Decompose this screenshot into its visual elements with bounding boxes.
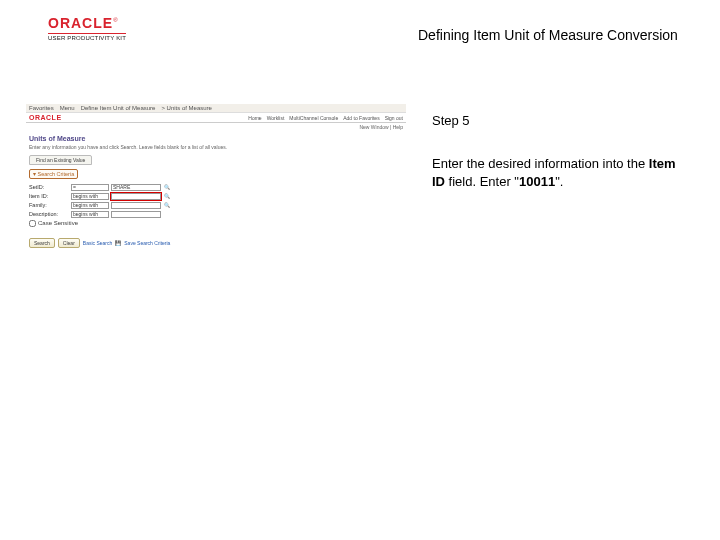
page-title: Defining Item Unit of Measure Conversion [418, 27, 678, 43]
section-title: Units of Measure [26, 131, 406, 144]
row-description: Description: begins with [29, 210, 403, 218]
label-case-sensitive: Case Sensitive [38, 220, 78, 226]
link-addfav[interactable]: Add to Favorites [343, 115, 379, 121]
app-header: ORACLE Home Worklist MultiChannel Consol… [26, 113, 406, 123]
search-criteria-legend: ▾ Search Criteria [29, 169, 78, 179]
app-screenshot: Favorites Menu Define Item Unit of Measu… [26, 104, 406, 274]
button-row: Search Clear Basic Search 💾 Save Search … [26, 236, 406, 250]
row-family: Family: begins with 🔍 [29, 201, 403, 209]
row-setid: SetID: = SHARE 🔍 [29, 183, 403, 191]
clear-button[interactable]: Clear [58, 238, 80, 248]
tab-row: Find an Existing Value [26, 153, 406, 167]
search-button[interactable]: Search [29, 238, 55, 248]
input-description[interactable] [111, 211, 161, 218]
nav-path: > Units of Measure [161, 105, 212, 111]
nav-favorites[interactable]: Favorites [29, 105, 54, 111]
label-description: Description: [29, 211, 69, 217]
row-itemid: Item ID: begins with 🔍 [29, 192, 403, 200]
save-icon: 💾 [115, 240, 121, 246]
link-worklist[interactable]: Worklist [267, 115, 285, 121]
section-description: Enter any information you have and click… [26, 144, 406, 153]
instruction-value: 10011 [519, 174, 555, 189]
trademark-symbol: ® [113, 17, 117, 23]
lookup-icon[interactable]: 🔍 [163, 193, 170, 200]
op-family[interactable]: begins with [71, 202, 109, 209]
brand-logo: ORACLE® USER PRODUCTIVITY KIT [48, 14, 126, 41]
link-signout[interactable]: Sign out [385, 115, 403, 121]
lookup-icon[interactable]: 🔍 [163, 184, 170, 191]
op-itemid[interactable]: begins with [71, 193, 109, 200]
nav-breadcrumb: Define Item Unit of Measure [81, 105, 156, 111]
label-family: Family: [29, 202, 69, 208]
instruction-tail: ". [555, 174, 563, 189]
nav-menu[interactable]: Menu [60, 105, 75, 111]
label-itemid: Item ID: [29, 193, 69, 199]
step-label: Step 5 [432, 113, 470, 128]
row-case: Case Sensitive [29, 219, 403, 227]
app-brand: ORACLE [29, 114, 62, 121]
instruction-text: Enter the desired information into the I… [432, 155, 692, 190]
instruction-mid: field. Enter " [445, 174, 519, 189]
app-header-links: Home Worklist MultiChannel Console Add t… [248, 115, 403, 121]
instruction-lead: Enter the desired information into the [432, 156, 649, 171]
search-form: SetID: = SHARE 🔍 Item ID: begins with 🔍 … [26, 181, 406, 230]
op-setid[interactable]: = [71, 184, 109, 191]
input-itemid[interactable] [111, 193, 161, 200]
save-search-link[interactable]: Save Search Criteria [124, 240, 170, 246]
input-family[interactable] [111, 202, 161, 209]
link-multichannel[interactable]: MultiChannel Console [289, 115, 338, 121]
input-setid[interactable]: SHARE [111, 184, 161, 191]
label-setid: SetID: [29, 184, 69, 190]
tab-find-existing[interactable]: Find an Existing Value [29, 155, 92, 165]
app-subheader[interactable]: New Window | Help [26, 123, 406, 131]
app-breadcrumb-bar: Favorites Menu Define Item Unit of Measu… [26, 104, 406, 113]
legend-text: Search Criteria [38, 171, 75, 177]
lookup-icon[interactable]: 🔍 [163, 202, 170, 209]
checkbox-case-sensitive[interactable] [29, 220, 36, 227]
brand-subtitle: USER PRODUCTIVITY KIT [48, 35, 126, 41]
op-description[interactable]: begins with [71, 211, 109, 218]
brand-wordmark: ORACLE [48, 15, 113, 31]
basic-search-link[interactable]: Basic Search [83, 240, 112, 246]
brand-underline [48, 33, 126, 34]
link-home[interactable]: Home [248, 115, 261, 121]
